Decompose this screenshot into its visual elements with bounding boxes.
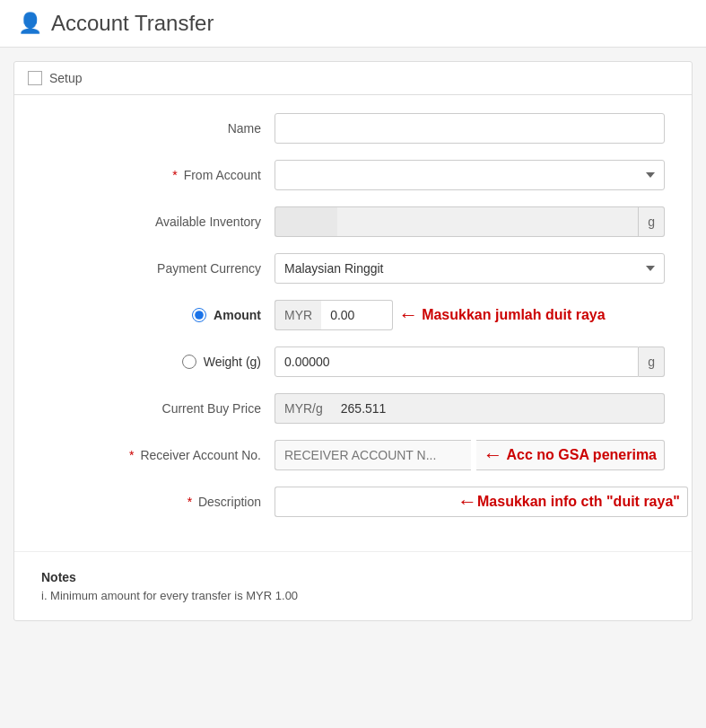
- weight-radio-label: Weight (g): [41, 355, 275, 369]
- name-row: Name: [41, 113, 665, 144]
- buy-price-currency-addon: MYR/g: [275, 393, 332, 424]
- receiver-account-row: * Receiver Account No. ← Acc no GSA pene…: [41, 440, 665, 470]
- amount-input-group: MYR ← Masukkan jumlah duit raya: [275, 300, 665, 330]
- from-account-required-star: *: [172, 168, 177, 182]
- amount-annotation-text: Masukkan jumlah duit raya: [422, 307, 606, 323]
- name-label: Name: [41, 121, 275, 136]
- inventory-middle-part: [337, 206, 639, 237]
- description-label: * Description: [41, 495, 275, 509]
- weight-radio[interactable]: [182, 355, 196, 369]
- from-account-select[interactable]: [275, 160, 665, 190]
- notes-section: Notes i. Minimum amount for every transf…: [14, 551, 692, 620]
- amount-label-text: Amount: [214, 308, 261, 322]
- description-input[interactable]: [275, 487, 450, 517]
- from-account-row: * From Account: [41, 160, 665, 190]
- amount-currency-addon: MYR: [275, 300, 321, 330]
- description-wrapper: ← Masukkan info cth "duit raya": [275, 487, 688, 517]
- amount-row: Amount MYR ← Masukkan jumlah duit raya: [41, 300, 665, 330]
- from-account-label: * From Account: [41, 168, 275, 182]
- payment-currency-label: Payment Currency: [41, 261, 275, 276]
- receiver-annotation-text: Acc no GSA penerima: [507, 447, 657, 463]
- inventory-first-part: [275, 206, 337, 237]
- payment-currency-row: Payment Currency Malaysian Ringgit: [41, 253, 665, 284]
- description-row: * Description ← Masukkan info cth "duit …: [41, 487, 665, 517]
- amount-radio[interactable]: [192, 308, 206, 322]
- notes-title: Notes: [41, 570, 665, 584]
- amount-annotation-group: ← Masukkan jumlah duit raya: [398, 305, 606, 325]
- weight-row: Weight (g) g: [41, 346, 665, 377]
- setup-header: Setup: [14, 62, 692, 95]
- current-buy-price-input-group: MYR/g: [275, 393, 665, 424]
- receiver-account-input[interactable]: [275, 440, 471, 470]
- weight-unit-addon: g: [639, 346, 665, 377]
- description-required-star: *: [187, 495, 192, 509]
- setup-checkbox-icon: [28, 71, 42, 85]
- description-arrow-icon: ←: [458, 492, 477, 512]
- amount-input[interactable]: [321, 300, 393, 330]
- person-icon: 👤: [18, 12, 42, 35]
- receiver-annotation-group: ← Acc no GSA penerima: [476, 440, 665, 470]
- name-input[interactable]: [275, 113, 665, 144]
- description-annotation-group: ← Masukkan info cth "duit raya": [450, 487, 688, 517]
- weight-input-group: g: [275, 346, 665, 377]
- available-inventory-row: Available Inventory g: [41, 206, 665, 237]
- receiver-arrow-icon: ←: [484, 445, 503, 465]
- receiver-account-wrapper: ← Acc no GSA penerima: [275, 440, 665, 470]
- available-inventory-input-group: g: [275, 206, 665, 237]
- receiver-required-star: *: [129, 448, 134, 462]
- payment-currency-select[interactable]: Malaysian Ringgit: [275, 253, 665, 284]
- current-buy-price-row: Current Buy Price MYR/g: [41, 393, 665, 424]
- receiver-account-label: * Receiver Account No.: [41, 448, 275, 462]
- available-inventory-label: Available Inventory: [41, 215, 275, 229]
- form-card: Setup Name * From Account Available Inve…: [13, 61, 693, 621]
- buy-price-input: [332, 393, 665, 424]
- amount-arrow-icon: ←: [398, 305, 418, 325]
- amount-radio-label: Amount: [41, 308, 275, 322]
- weight-input[interactable]: [275, 346, 639, 377]
- setup-label: Setup: [49, 71, 83, 85]
- page-header: 👤 Account Transfer: [0, 0, 706, 48]
- page-title: Account Transfer: [51, 11, 214, 36]
- form-body: Name * From Account Available Inventory …: [14, 95, 692, 551]
- description-annotation-text: Masukkan info cth "duit raya": [477, 494, 680, 510]
- weight-label-text: Weight (g): [204, 355, 261, 369]
- current-buy-price-label: Current Buy Price: [41, 401, 275, 416]
- notes-item-0: i. Minimum amount for every transfer is …: [41, 589, 665, 602]
- inventory-unit-addon: g: [639, 206, 665, 237]
